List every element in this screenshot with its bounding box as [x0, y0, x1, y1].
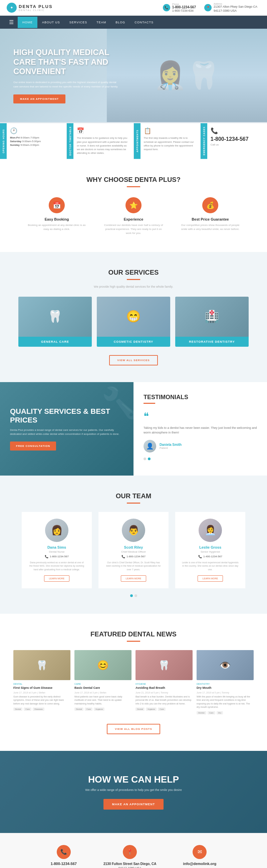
news-article-2[interactable]: 😊 Care Basic Dental Care June 17, 2019 a…	[75, 650, 131, 711]
member3-name: Leslie Gross	[182, 545, 239, 549]
author-avatar: 👤	[144, 440, 156, 453]
news-divider	[127, 641, 140, 642]
logo[interactable]: ✦ DENTA PLUS DENTAL CLINIC	[7, 3, 53, 13]
hero-cta-button[interactable]: MAKE AN APPOINTMENT	[13, 94, 65, 103]
team-dots	[13, 594, 254, 597]
why-choose-section: WHY CHOOSE DENTA PLUS? 📅 Easy Booking Bo…	[0, 159, 267, 252]
member2-btn[interactable]: LEARN MORE	[121, 575, 146, 582]
team-dot-2[interactable]	[135, 594, 137, 597]
feature-price-title: Best Price Guarantee	[180, 217, 240, 221]
contact-strip: 📞 1-800-1234-567 📍 2130 Fulton Street Sa…	[0, 833, 267, 868]
features-grid: 📅 Easy Booking Booking an appointment at…	[13, 197, 254, 235]
dot-1[interactable]	[144, 458, 146, 460]
address-label: Address	[214, 3, 260, 5]
news-grid: 🦷 Dental First Signs of Gum Disease June…	[13, 650, 254, 714]
services-title: OUR SERVICES	[13, 269, 254, 276]
contact-email-value: info@demolink.org	[183, 862, 216, 866]
service-general[interactable]: 🦷 GENERAL CARE	[18, 297, 92, 347]
news-article-3[interactable]: 🦷 Hygiene Avoiding Bad Breath June 21, 2…	[136, 650, 192, 711]
article4-desc: With the pace of modern life keeping us …	[197, 695, 254, 709]
contact-phone-icon: 📞	[57, 845, 71, 859]
contact-phone-item: 📞 1-800-1234-567	[51, 845, 77, 868]
article4-category: Dentistry	[197, 683, 210, 685]
article3-tags: Dental Hygiene Care	[136, 708, 192, 711]
article2-img: 😊	[75, 650, 131, 680]
member1-btn[interactable]: LEARN MORE	[44, 575, 69, 582]
emergency-phone: 1-800-1234-567	[211, 136, 249, 142]
team-member-3: 👩‍💼 Leslie Gross Senior Hygienist 📞 1-40…	[175, 512, 245, 589]
clock-icon: 🕐	[10, 127, 41, 134]
feature-experience-desc: Combined our dentists have over half a c…	[103, 223, 164, 235]
hamburger-icon[interactable]: ☰	[5, 16, 18, 29]
header-contacts: 📞 Phone 1-800-1234-567 1-800-7234-634 📍 …	[163, 3, 260, 13]
testimonials-title: TESTIMONIALS	[144, 394, 257, 401]
hero-title: HIGH QUALITY MEDICAL CARE THAT'S FAST AN…	[13, 48, 121, 76]
phone-label: Phone	[172, 3, 196, 5]
view-all-news-button[interactable]: VIEW ALL BLOG POSTS	[107, 724, 160, 734]
nav-item-services[interactable]: SERVICES	[65, 17, 92, 28]
help-desc: We offer a wide range of procedures to h…	[13, 788, 254, 792]
service-restorative-img: 🏥	[175, 297, 249, 337]
contact-address-value: 2130 Fulton Street San Diego, CA	[103, 862, 156, 866]
team-member-1: 👩 Dana Sims Dental Nurse 📞 1-800-1234-56…	[22, 512, 92, 589]
service-cosmetic[interactable]: 😁 COSMETIC DENTISTRY	[97, 297, 170, 347]
nav-item-contacts[interactable]: CONTACTS	[130, 17, 158, 28]
help-cta-button[interactable]: MAKE AN APPOINTMENT	[103, 799, 164, 810]
news-article-4[interactable]: 👁️ Dentistry Dry Mouth June 17, 2019 at …	[197, 650, 254, 714]
member3-desc: Leslie is one of the most experienced de…	[182, 561, 239, 572]
article4-img: 👁️	[197, 650, 254, 680]
strip-opening-hours: OPENING HOURS 🕐 Mon-Fri 8:00am-7:00pm Sa…	[0, 123, 67, 159]
member2-desc: Our clinic's Chief Dental Officer, Dr. S…	[105, 561, 162, 572]
news-article-1[interactable]: 🦷 Dental First Signs of Gum Disease June…	[13, 650, 70, 711]
team-grid: 👩 Dana Sims Dental Nurse 📞 1-800-1234-56…	[13, 512, 254, 589]
service-cosmetic-label: COSMETIC DENTISTRY	[97, 337, 170, 347]
header-phone: 📞 Phone 1-800-1234-567 1-800-7234-634	[163, 3, 196, 12]
price-icon: 💰	[202, 197, 218, 213]
member1-role: Dental Nurse	[28, 550, 85, 553]
article1-category: Dental	[13, 683, 22, 685]
article4-date: June 17, 2019 at 5 pm | Tommy	[197, 691, 254, 694]
nav-item-about[interactable]: ABOUT US	[37, 17, 65, 28]
member2-phone: 1-800-1234-567	[126, 555, 146, 558]
quality-cta-button[interactable]: FREE CONSULTATION	[10, 441, 56, 451]
view-all-services-button[interactable]: VIEW ALL SERVICES	[109, 355, 157, 365]
article3-img: 🦷	[136, 650, 192, 680]
feature-price: 💰 Best Price Guarantee Our competitive p…	[180, 197, 240, 235]
article2-desc: Most patients can have good some basic d…	[75, 695, 131, 706]
testimonials-right: TESTIMONIALS ❝ Taking my kids to a denti…	[134, 382, 267, 475]
service-restorative-label: RESTORATIVE DENTISTRY	[175, 337, 249, 347]
dot-2[interactable]	[148, 458, 150, 460]
article1-img: 🦷	[13, 650, 70, 680]
header-phone2: 1-800-7234-634	[172, 9, 196, 12]
nav-item-team[interactable]: TEAM	[92, 17, 111, 28]
member3-btn[interactable]: LEARN MORE	[198, 575, 223, 582]
services-grid: 🦷 GENERAL CARE 😁 COSMETIC DENTISTRY 🏥 RE…	[13, 297, 254, 347]
info-strips: OPENING HOURS 🕐 Mon-Fri 8:00am-7:00pm Sa…	[0, 122, 267, 159]
header-address-value: 21307 Alton Pkwy San Diego CA 94117-3380…	[214, 5, 260, 13]
team-divider	[127, 503, 140, 503]
testimonials-author-row: 👤 Daniela Smith Patient	[144, 440, 257, 453]
service-cosmetic-img: 😁	[97, 297, 170, 337]
member3-avatar: 👩‍💼	[199, 519, 222, 542]
hero-bg-image: 👩‍⚕️🦷	[107, 29, 267, 122]
address-icon: 📍	[204, 4, 212, 11]
article1-tags: Dental Care Diseases	[13, 708, 70, 711]
nav-item-blog[interactable]: BLOG	[111, 17, 130, 28]
header: ✦ DENTA PLUS DENTAL CLINIC 📞 Phone 1-800…	[0, 0, 267, 16]
article1-desc: Gum disease is preceded by the early dis…	[13, 695, 70, 706]
strip-appointments: APPOINTMENTS 📋 The first step towards a …	[134, 123, 201, 159]
logo-text: DENTA PLUS	[19, 4, 53, 9]
nav-item-home[interactable]: HOME	[18, 17, 37, 28]
service-restorative[interactable]: 🏥 RESTORATIVE DENTISTRY	[175, 297, 249, 347]
contact-address-sub: 94117-1080 USA	[103, 866, 156, 868]
quality-desc: Denta Plus provides a broad range of den…	[10, 428, 123, 436]
contact-address-icon: 📍	[123, 845, 137, 859]
article2-title: Basic Dental Care	[75, 686, 131, 690]
hero-description: Our entire team is dedicated to providin…	[13, 81, 121, 89]
article1-title: First Signs of Gum Disease	[13, 686, 70, 690]
contact-phone-value: 1-800-1234-567	[51, 862, 77, 866]
member1-phone: 1-800-1234-567	[50, 555, 69, 558]
team-dot-1[interactable]	[130, 594, 133, 597]
strip-emergency: EMERGENCY CASES 📞 1-800-1234-567 Call us	[201, 123, 267, 159]
strip-label-appointments: APPOINTMENTS	[134, 123, 141, 159]
